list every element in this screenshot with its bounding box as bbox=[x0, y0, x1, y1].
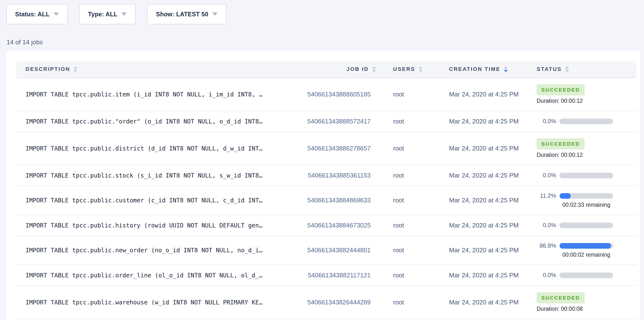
duration-text: Duration: 00:00:12 bbox=[537, 152, 583, 158]
remaining-time-text: 00:02:33 remaining bbox=[560, 202, 613, 208]
status-cell: SUCCEEDEDDuration: 00:00:08 bbox=[534, 292, 636, 312]
column-header-description[interactable]: DESCRIPTION bbox=[16, 66, 269, 72]
status-cell: 0.0% bbox=[534, 172, 636, 179]
user-cell: root bbox=[391, 145, 446, 152]
status-badge-succeeded: SUCCEEDED bbox=[537, 84, 584, 96]
status-cell: 0.0% bbox=[534, 118, 636, 125]
job-row: IMPORT TABLE tpcc.public.order_line (ol_… bbox=[16, 265, 636, 286]
chevron-down-icon bbox=[54, 13, 59, 16]
job-description-cell: IMPORT TABLE tpcc.public.stock (s_i_id I… bbox=[16, 172, 269, 179]
sort-arrows bbox=[74, 66, 78, 72]
job-description-cell: IMPORT TABLE tpcc.public.district (d_id … bbox=[16, 145, 269, 152]
job-row: IMPORT TABLE tpcc.public.item (i_id INT8… bbox=[16, 78, 636, 111]
progress-bar bbox=[560, 243, 613, 249]
job-id-link[interactable]: 540661343884869633 bbox=[269, 197, 391, 204]
sort-desc-icon bbox=[504, 70, 508, 72]
sort-asc-icon bbox=[418, 66, 422, 69]
job-description-cell: IMPORT TABLE tpcc.public.history (rowid … bbox=[16, 222, 269, 229]
column-header-label: STATUS bbox=[537, 66, 562, 72]
job-id-link[interactable]: 540661343885361153 bbox=[269, 172, 391, 179]
status-cell: SUCCEEDEDDuration: 00:00:12 bbox=[534, 84, 636, 104]
job-id-link[interactable]: 540661343888572417 bbox=[269, 118, 391, 125]
sort-asc-icon bbox=[565, 66, 569, 69]
creation-time-cell: Mar 24, 2020 at 4:25 PM bbox=[446, 91, 534, 98]
job-description-cell: IMPORT TABLE tpcc.public.order_line (ol_… bbox=[16, 272, 269, 279]
sort-desc-icon bbox=[565, 70, 569, 72]
progress-bar bbox=[560, 119, 613, 124]
job-row: IMPORT TABLE tpcc.public.warehouse (w_id… bbox=[16, 286, 636, 319]
status-cell: SUCCEEDEDDuration: 00:00:12 bbox=[534, 138, 636, 158]
progress-bar bbox=[560, 223, 613, 228]
creation-time-cell: Mar 24, 2020 at 4:25 PM bbox=[446, 298, 534, 306]
job-row: IMPORT TABLE tpcc.public.stock (s_i_id I… bbox=[16, 165, 636, 186]
sort-desc-icon bbox=[372, 70, 376, 72]
progress-fill bbox=[560, 243, 611, 249]
progress-line: 0.0% bbox=[537, 172, 613, 179]
user-cell: root bbox=[391, 222, 446, 229]
job-row: IMPORT TABLE tpcc.public.district (d_id … bbox=[16, 132, 636, 165]
progress-bar bbox=[560, 272, 613, 278]
creation-time-cell: Mar 24, 2020 at 4:25 PM bbox=[446, 222, 534, 229]
progress-percent: 0.0% bbox=[537, 222, 556, 229]
chevron-down-icon bbox=[122, 13, 127, 16]
jobs-table-card: DESCRIPTIONJOB IDUSERSCREATION TIMESTATU… bbox=[6, 51, 640, 320]
chevron-down-icon bbox=[212, 13, 218, 16]
creation-time-cell: Mar 24, 2020 at 4:25 PM bbox=[446, 197, 534, 204]
progress-bar bbox=[560, 193, 613, 199]
creation-time-cell: Mar 24, 2020 at 4:25 PM bbox=[446, 118, 534, 125]
job-row: IMPORT TABLE tpcc.public.customer (c_id … bbox=[16, 186, 636, 215]
column-header-users[interactable]: USERS bbox=[391, 66, 446, 72]
filter-dropdown-show[interactable]: Show: LATEST 50 bbox=[147, 4, 226, 24]
sort-arrows bbox=[372, 66, 376, 72]
column-header-job-id[interactable]: JOB ID bbox=[269, 66, 391, 72]
progress-percent: 0.0% bbox=[537, 172, 556, 179]
progress-line: 0.0% bbox=[537, 222, 613, 229]
column-header-status[interactable]: STATUS bbox=[534, 66, 636, 72]
sort-asc-icon bbox=[504, 66, 508, 69]
duration-text: Duration: 00:00:12 bbox=[537, 98, 583, 104]
creation-time-cell: Mar 24, 2020 at 4:25 PM bbox=[446, 271, 534, 279]
progress-line: 0.0% bbox=[537, 118, 613, 125]
job-row: IMPORT TABLE tpcc.public.new_order (no_o… bbox=[16, 236, 636, 265]
filter-dropdown-status[interactable]: Status: ALL bbox=[6, 4, 68, 24]
job-id-link[interactable]: 540661343882444801 bbox=[269, 246, 391, 254]
column-header-creation-time[interactable]: CREATION TIME bbox=[446, 66, 534, 72]
status-cell: 0.0% bbox=[534, 222, 636, 229]
status-badge-succeeded: SUCCEEDED bbox=[537, 138, 584, 150]
job-id-link[interactable]: 540661343826444289 bbox=[269, 298, 391, 306]
user-cell: root bbox=[391, 91, 446, 98]
job-id-link[interactable]: 540661343882117121 bbox=[269, 271, 391, 279]
status-cell: 86.8%00:00:02 remaining bbox=[534, 242, 636, 258]
job-description-cell: IMPORT TABLE tpcc.public."order" (o_id I… bbox=[16, 118, 269, 125]
progress-percent: 0.0% bbox=[537, 118, 556, 125]
jobs-table-header: DESCRIPTIONJOB IDUSERSCREATION TIMESTATU… bbox=[16, 61, 636, 78]
column-header-label: CREATION TIME bbox=[449, 66, 500, 72]
user-cell: root bbox=[391, 118, 446, 125]
sort-desc-icon bbox=[418, 70, 422, 72]
job-id-link[interactable]: 540661343884673025 bbox=[269, 222, 391, 229]
jobs-count: 14 of 14 jobs bbox=[6, 39, 43, 46]
job-id-link[interactable]: 540661343888605185 bbox=[269, 91, 391, 98]
job-description-cell: IMPORT TABLE tpcc.public.warehouse (w_id… bbox=[16, 299, 269, 306]
duration-text: Duration: 00:00:08 bbox=[537, 306, 583, 312]
user-cell: root bbox=[391, 298, 446, 306]
sort-arrows bbox=[504, 66, 508, 72]
jobs-table: DESCRIPTIONJOB IDUSERSCREATION TIMESTATU… bbox=[16, 61, 636, 319]
status-cell: 11.2%00:02:33 remaining bbox=[534, 192, 636, 208]
sort-asc-icon bbox=[372, 66, 376, 69]
user-cell: root bbox=[391, 172, 446, 179]
remaining-time-text: 00:00:02 remaining bbox=[560, 251, 613, 258]
job-description-cell: IMPORT TABLE tpcc.public.customer (c_id … bbox=[16, 197, 269, 204]
jobs-table-body: IMPORT TABLE tpcc.public.item (i_id INT8… bbox=[16, 78, 636, 319]
creation-time-cell: Mar 24, 2020 at 4:25 PM bbox=[446, 172, 534, 179]
progress-percent: 0.0% bbox=[537, 272, 556, 279]
user-cell: root bbox=[391, 246, 446, 254]
sort-arrows bbox=[565, 66, 569, 72]
creation-time-cell: Mar 24, 2020 at 4:25 PM bbox=[446, 246, 534, 254]
job-id-link[interactable]: 540661343886278657 bbox=[269, 145, 391, 152]
sort-desc-icon bbox=[74, 70, 78, 72]
filter-dropdown-type[interactable]: Type: ALL bbox=[79, 4, 136, 24]
user-cell: root bbox=[391, 271, 446, 279]
sort-arrows bbox=[418, 66, 422, 72]
progress-line: 11.2% bbox=[537, 192, 613, 199]
